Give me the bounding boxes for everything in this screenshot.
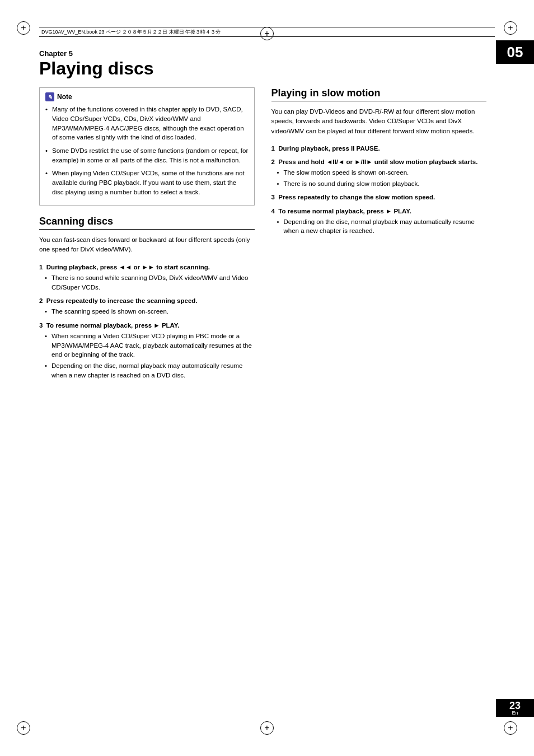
scanning-section-intro: You can fast-scan discs forward or backw… bbox=[39, 235, 255, 255]
note-list: Many of the functions covered in this ch… bbox=[45, 105, 249, 197]
note-item-3: When playing Video CD/Super VCDs, some o… bbox=[45, 169, 249, 197]
chapter-tab-number: 05 bbox=[507, 44, 523, 61]
slow-step-1-heading: 1 During playback, press II PAUSE. bbox=[271, 144, 487, 153]
file-info-text: DVG10AV_WV_EN.book 23 ページ ２０８年５月２２日 木曜日 … bbox=[41, 29, 221, 36]
scanning-step-2-list: The scanning speed is shown on-screen. bbox=[45, 307, 255, 316]
page-lang: En bbox=[512, 711, 518, 716]
slow-step-2: 2 Press and hold ◄II/◄ or ►/II► until sl… bbox=[271, 157, 487, 188]
left-column: ✎ Note Many of the functions covered in … bbox=[39, 87, 255, 384]
slow-step-3-text: Press repeatedly to change the slow moti… bbox=[278, 194, 435, 200]
slow-motion-section-intro: You can play DVD-Videos and DVD-R/-RW at… bbox=[271, 107, 487, 136]
chapter-tab: 05 bbox=[496, 40, 534, 64]
slow-step-3-number: 3 bbox=[271, 194, 275, 200]
scanning-step-2: 2 Press repeatedly to increase the scann… bbox=[39, 296, 255, 316]
slow-step-4-bullet-1: Depending on the disc, normal playback m… bbox=[277, 217, 487, 236]
slow-step-2-number: 2 bbox=[271, 158, 275, 165]
slow-step-3: 3 Press repeatedly to change the slow mo… bbox=[271, 193, 487, 202]
note-box: ✎ Note Many of the functions covered in … bbox=[39, 87, 255, 206]
page-number: 23 bbox=[509, 701, 521, 711]
scanning-step-2-bullet-1: The scanning speed is shown on-screen. bbox=[45, 307, 255, 316]
slow-step-4-number: 4 bbox=[271, 208, 275, 214]
scanning-step-3-text: To resume normal playback, press ► PLAY. bbox=[46, 322, 180, 329]
slow-step-4: 4 To resume normal playback, press ► PLA… bbox=[271, 207, 487, 236]
scanning-step-2-heading: 2 Press repeatedly to increase the scann… bbox=[39, 296, 255, 305]
chapter-label: Chapter 5 bbox=[39, 49, 486, 58]
note-item-2: Some DVDs restrict the use of some funct… bbox=[45, 146, 249, 165]
scanning-step-3-list: When scanning a Video CD/Super VCD playi… bbox=[45, 332, 255, 380]
scanning-step-1-heading: 1 During playback, press ◄◄ or ►► to sta… bbox=[39, 263, 255, 272]
slow-step-2-text: Press and hold ◄II/◄ or ►/II► until slow… bbox=[278, 158, 477, 165]
note-item-1: Many of the functions covered in this ch… bbox=[45, 105, 249, 142]
slow-motion-section-heading: Playing in slow motion bbox=[271, 87, 487, 101]
reg-mark-tl bbox=[17, 21, 30, 35]
scanning-step-1: 1 During playback, press ◄◄ or ►► to sta… bbox=[39, 263, 255, 292]
slow-step-4-text: To resume normal playback, press ► PLAY. bbox=[278, 208, 411, 214]
note-label: Note bbox=[57, 93, 72, 101]
note-header: ✎ Note bbox=[45, 92, 249, 101]
file-info-bar: DVG10AV_WV_EN.book 23 ページ ２０８年５月２２日 木曜日 … bbox=[39, 27, 495, 37]
page: DVG10AV_WV_EN.book 23 ページ ２０８年５月２２日 木曜日 … bbox=[0, 0, 534, 756]
scanning-step-1-number: 1 bbox=[39, 264, 43, 270]
main-content: Chapter 5 Playing discs ✎ Note Many of t… bbox=[39, 44, 486, 711]
reg-mark-bl bbox=[17, 721, 30, 735]
scanning-step-1-text: During playback, press ◄◄ or ►► to start… bbox=[46, 264, 210, 270]
slow-step-2-list: The slow motion speed is shown on-screen… bbox=[277, 168, 487, 188]
slow-step-1: 1 During playback, press II PAUSE. bbox=[271, 144, 487, 153]
scanning-step-1-bullet-1: There is no sound while scanning DVDs, D… bbox=[45, 273, 255, 292]
slow-step-1-text: During playback, press II PAUSE. bbox=[278, 145, 380, 152]
slow-step-2-heading: 2 Press and hold ◄II/◄ or ►/II► until sl… bbox=[271, 157, 487, 166]
scanning-step-3-bullet-1: When scanning a Video CD/Super VCD playi… bbox=[45, 332, 255, 360]
scanning-step-2-text: Press repeatedly to increase the scannin… bbox=[46, 297, 198, 304]
two-column-layout: ✎ Note Many of the functions covered in … bbox=[39, 87, 486, 384]
slow-step-1-number: 1 bbox=[271, 145, 275, 152]
scanning-step-3-number: 3 bbox=[39, 322, 43, 329]
scanning-step-1-list: There is no sound while scanning DVDs, D… bbox=[45, 273, 255, 292]
reg-mark-tr bbox=[504, 21, 517, 35]
scanning-section-heading: Scanning discs bbox=[39, 216, 255, 230]
slow-step-4-heading: 4 To resume normal playback, press ► PLA… bbox=[271, 207, 487, 216]
scanning-step-2-number: 2 bbox=[39, 297, 43, 304]
right-column: Playing in slow motion You can play DVD-… bbox=[271, 87, 487, 384]
slow-step-4-list: Depending on the disc, normal playback m… bbox=[277, 217, 487, 236]
reg-mark-br bbox=[504, 721, 517, 735]
slow-step-2-bullet-1: The slow motion speed is shown on-screen… bbox=[277, 168, 487, 178]
scanning-step-3-bullet-2: Depending on the disc, normal playback m… bbox=[45, 361, 255, 380]
note-icon: ✎ bbox=[45, 92, 54, 101]
scanning-step-3: 3 To resume normal playback, press ► PLA… bbox=[39, 321, 255, 380]
slow-step-3-heading: 3 Press repeatedly to change the slow mo… bbox=[271, 193, 487, 202]
scanning-step-3-heading: 3 To resume normal playback, press ► PLA… bbox=[39, 321, 255, 330]
slow-step-2-bullet-2: There is no sound during slow motion pla… bbox=[277, 179, 487, 189]
chapter-title: Playing discs bbox=[39, 59, 486, 78]
reg-mark-center-bottom bbox=[260, 721, 274, 735]
page-number-tab: 23 En bbox=[496, 699, 534, 717]
